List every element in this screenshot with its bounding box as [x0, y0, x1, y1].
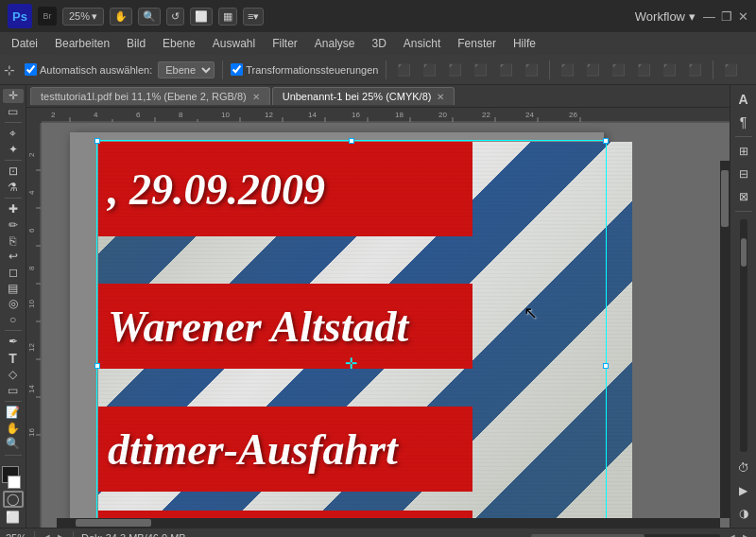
screen-mode-btn[interactable]: ⬜ [3, 510, 24, 524]
close-button[interactable]: ✕ [738, 9, 748, 24]
right-panel-scrollbar[interactable] [740, 219, 747, 452]
align-left-btn[interactable]: ⬛ [394, 63, 414, 77]
zoom-tool-panel[interactable]: 🔍 [3, 437, 24, 451]
quick-mask-toggle[interactable]: ◯ [3, 491, 24, 508]
distribute-v-btn[interactable]: ⬛ [660, 63, 679, 77]
tab-testtutorial[interactable]: testtutoria1l.pdf bei 11,1% (Ebene 2, RG… [30, 87, 270, 105]
timeline-progress [531, 534, 644, 538]
tab-testtutorial-label: testtutoria1l.pdf bei 11,1% (Ebene 2, RG… [41, 91, 247, 102]
distribute-bottom-btn[interactable]: ⬛ [685, 63, 705, 77]
status-left-arrow[interactable]: ◀ [43, 532, 50, 537]
layer-select[interactable]: Ebene [158, 61, 215, 78]
svg-text:16: 16 [352, 111, 360, 119]
align-right-btn[interactable]: ⬛ [445, 63, 465, 77]
tab-testtutorial-close[interactable]: ✕ [252, 92, 260, 102]
pen-tool[interactable]: ✒ [3, 335, 24, 349]
rotate-tool[interactable]: ↺ [166, 8, 184, 26]
v-scroll-thumb[interactable] [721, 170, 729, 227]
lasso-tool[interactable]: ⌖ [3, 127, 24, 141]
blur-tool[interactable]: ◎ [3, 297, 24, 311]
menu-hilfe[interactable]: Hilfe [506, 35, 543, 52]
crop-tool[interactable]: ⊡ [3, 165, 24, 179]
menu-datei[interactable]: Datei [4, 35, 45, 52]
menu-ansicht[interactable]: Ansicht [396, 35, 448, 52]
svg-text:12: 12 [265, 111, 273, 119]
selection-tool[interactable]: ▭ [3, 105, 24, 119]
status-nav-right[interactable]: ▶ [743, 532, 750, 537]
transform-label: Transformationssteuerungen [246, 64, 378, 76]
canvas-scroll[interactable]: , 29.09.2009 Warener Altstadt dtimer-Aus… [42, 123, 730, 528]
extras-menu[interactable]: ≡▾ [243, 8, 264, 26]
status-nav-left[interactable]: ◀ [728, 532, 735, 537]
align-center-btn[interactable]: ⬛ [420, 63, 439, 77]
text-tool[interactable]: T [3, 351, 24, 366]
menu-auswahl[interactable]: Auswahl [205, 35, 263, 52]
history-panel-btn[interactable]: ⏱ [733, 458, 754, 478]
gradient-tool[interactable]: ▤ [3, 281, 24, 295]
extra-btn[interactable]: ⬛ [721, 63, 741, 77]
right-panel-scroll-thumb[interactable] [741, 238, 747, 267]
brush-tool[interactable]: ✏ [3, 218, 24, 233]
tool-sep-6 [5, 455, 22, 456]
distribute-left-btn[interactable]: ⬛ [558, 63, 577, 77]
distribute-right-btn[interactable]: ⬛ [609, 63, 628, 77]
distribute-top-btn[interactable]: ⬛ [634, 63, 654, 77]
menu-ebene[interactable]: Ebene [155, 35, 203, 52]
healing-tool[interactable]: ✚ [3, 202, 24, 217]
minimize-button[interactable]: — [703, 9, 715, 24]
adjustments-panel-btn[interactable]: ◑ [733, 503, 754, 524]
type-panel-btn[interactable]: A [733, 89, 754, 110]
path-tool[interactable]: ◇ [3, 368, 24, 382]
align-middle-btn[interactable]: ⬛ [496, 63, 516, 77]
tool-sep-5 [5, 401, 22, 402]
eyedropper-tool[interactable]: ⚗ [3, 181, 24, 195]
horizontal-scrollbar[interactable] [57, 518, 720, 528]
eraser-tool[interactable]: ◻ [3, 266, 24, 280]
menu-bild[interactable]: Bild [119, 35, 153, 52]
magic-wand-tool[interactable]: ✦ [3, 143, 24, 157]
tab-unbenannt-close[interactable]: ✕ [437, 92, 444, 102]
color-swatches[interactable] [2, 462, 25, 485]
workflow-button[interactable]: Workflow ▾ [635, 9, 696, 24]
actions-panel-btn[interactable]: ▶ [733, 480, 754, 501]
menu-analyse[interactable]: Analyse [307, 35, 363, 52]
svg-text:24: 24 [525, 111, 534, 119]
background-color[interactable] [8, 476, 21, 489]
menu-bar: Datei Bearbeiten Bild Ebene Auswahl Filt… [0, 32, 756, 55]
notes-tool[interactable]: 📝 [3, 406, 24, 420]
paths-panel-btn[interactable]: ⊠ [733, 186, 754, 207]
status-right-arrow[interactable]: ▶ [58, 532, 65, 537]
menu-fenster[interactable]: Fenster [450, 35, 504, 52]
align-top-btn[interactable]: ⬛ [471, 63, 490, 77]
zoom-tool[interactable]: 🔍 [138, 8, 161, 26]
menu-filter[interactable]: Filter [265, 35, 305, 52]
history-tool[interactable]: ↩ [3, 250, 24, 264]
dodge-tool[interactable]: ○ [3, 313, 24, 327]
h-scroll-thumb[interactable] [76, 519, 151, 527]
align-bottom-btn[interactable]: ⬛ [522, 63, 541, 77]
layers-panel-btn[interactable]: ⊞ [733, 141, 754, 162]
transform-checkbox[interactable] [231, 63, 243, 76]
paragraph-panel-btn[interactable]: ¶ [733, 112, 754, 132]
svg-text:4: 4 [94, 111, 98, 119]
status-zoom: 25% [6, 532, 26, 538]
screen-mode[interactable]: ⬜ [190, 8, 213, 26]
vertical-scrollbar[interactable] [720, 161, 730, 518]
hand-tool[interactable]: ✋ [110, 8, 132, 26]
menu-bearbeiten[interactable]: Bearbeiten [47, 35, 117, 52]
shape-tool[interactable]: ▭ [3, 383, 24, 397]
grid-toggle[interactable]: ▦ [218, 8, 237, 26]
clone-tool[interactable]: ⎘ [3, 234, 24, 248]
autoselect-checkbox[interactable] [25, 63, 37, 76]
channels-panel-btn[interactable]: ⊟ [733, 164, 754, 184]
svg-text:26: 26 [569, 111, 577, 119]
menu-3d[interactable]: 3D [365, 35, 394, 52]
svg-text:6: 6 [136, 111, 141, 119]
move-tool-icon[interactable]: ⊹ [4, 62, 15, 78]
restore-button[interactable]: ❐ [721, 9, 732, 24]
zoom-control[interactable]: 25% ▾ [62, 8, 104, 26]
hand-tool-panel[interactable]: ✋ [3, 421, 24, 435]
tab-unbenannt[interactable]: Unbenannt-1 bei 25% (CMYK/8) ✕ [272, 87, 455, 105]
distribute-h-btn[interactable]: ⬛ [583, 63, 603, 77]
move-tool[interactable]: ✛ [3, 89, 24, 103]
